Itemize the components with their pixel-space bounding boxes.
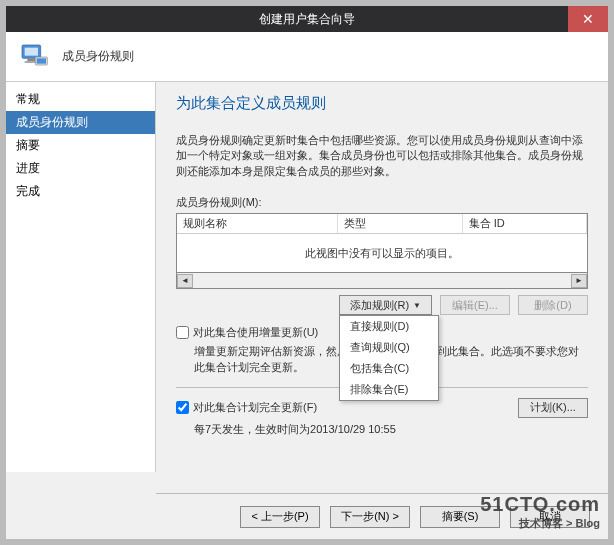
scroll-right-icon[interactable]: ► <box>571 274 587 288</box>
chevron-down-icon: ▼ <box>413 301 421 310</box>
col-rule-name[interactable]: 规则名称 <box>177 214 338 233</box>
add-rule-label: 添加规则(R) <box>350 298 409 313</box>
full-update-label: 对此集合计划完全更新(F) <box>193 400 317 415</box>
page-heading: 为此集合定义成员规则 <box>176 94 588 113</box>
menu-exclude-collection[interactable]: 排除集合(E) <box>340 379 438 400</box>
col-type[interactable]: 类型 <box>338 214 462 233</box>
window-title: 创建用户集合向导 <box>259 11 355 28</box>
col-collection-id[interactable]: 集合 ID <box>463 214 587 233</box>
table-header: 规则名称 类型 集合 ID <box>177 214 587 234</box>
menu-query-rule[interactable]: 查询规则(Q) <box>340 337 438 358</box>
sidebar-item-general[interactable]: 常规 <box>6 88 155 111</box>
schedule-text: 每7天发生，生效时间为2013/10/29 10:55 <box>194 422 588 437</box>
sidebar-item-progress[interactable]: 进度 <box>6 157 155 180</box>
header-band: 成员身份规则 <box>6 32 608 82</box>
table-empty-message: 此视图中没有可以显示的项目。 <box>177 234 587 272</box>
scroll-left-icon[interactable]: ◄ <box>177 274 193 288</box>
add-rule-menu: 直接规则(D) 查询规则(Q) 包括集合(C) 排除集合(E) <box>339 315 439 401</box>
schedule-button[interactable]: 计划(K)... <box>518 398 588 418</box>
footer: < 上一步(P) 下一步(N) > 摘要(S) 取消 <box>156 493 608 539</box>
prev-button[interactable]: < 上一步(P) <box>240 506 320 528</box>
menu-direct-rule[interactable]: 直接规则(D) <box>340 316 438 337</box>
computer-icon <box>18 41 50 73</box>
sidebar-item-summary[interactable]: 摘要 <box>6 134 155 157</box>
content-pane: 为此集合定义成员规则 成员身份规则确定更新时集合中包括哪些资源。您可以使用成员身… <box>156 82 608 472</box>
horizontal-scrollbar[interactable]: ◄ ► <box>176 273 588 289</box>
sidebar-item-complete[interactable]: 完成 <box>6 180 155 203</box>
delete-button: 删除(D) <box>518 295 588 315</box>
menu-include-collection[interactable]: 包括集合(C) <box>340 358 438 379</box>
add-rule-button[interactable]: 添加规则(R) ▼ <box>339 295 432 315</box>
next-button[interactable]: 下一步(N) > <box>330 506 410 528</box>
rules-table: 规则名称 类型 集合 ID 此视图中没有可以显示的项目。 <box>176 213 588 273</box>
svg-rect-1 <box>25 47 38 55</box>
svg-rect-2 <box>27 58 35 61</box>
close-button[interactable]: ✕ <box>568 6 608 32</box>
incremental-update-label: 对此集合使用增量更新(U) <box>193 325 318 340</box>
cancel-button[interactable]: 取消 <box>510 506 590 528</box>
incremental-update-checkbox[interactable] <box>176 326 189 339</box>
close-icon: ✕ <box>582 11 594 27</box>
titlebar: 创建用户集合向导 ✕ <box>6 6 608 32</box>
edit-button: 编辑(E)... <box>440 295 510 315</box>
summary-button[interactable]: 摘要(S) <box>420 506 500 528</box>
svg-rect-5 <box>37 58 46 63</box>
sidebar-item-membership-rules[interactable]: 成员身份规则 <box>6 111 155 134</box>
header-title: 成员身份规则 <box>62 48 134 65</box>
sidebar: 常规 成员身份规则 摘要 进度 完成 <box>6 82 156 472</box>
rules-label: 成员身份规则(M): <box>176 195 588 210</box>
full-update-checkbox[interactable] <box>176 401 189 414</box>
page-description: 成员身份规则确定更新时集合中包括哪些资源。您可以使用成员身份规则从查询中添加一个… <box>176 133 588 179</box>
